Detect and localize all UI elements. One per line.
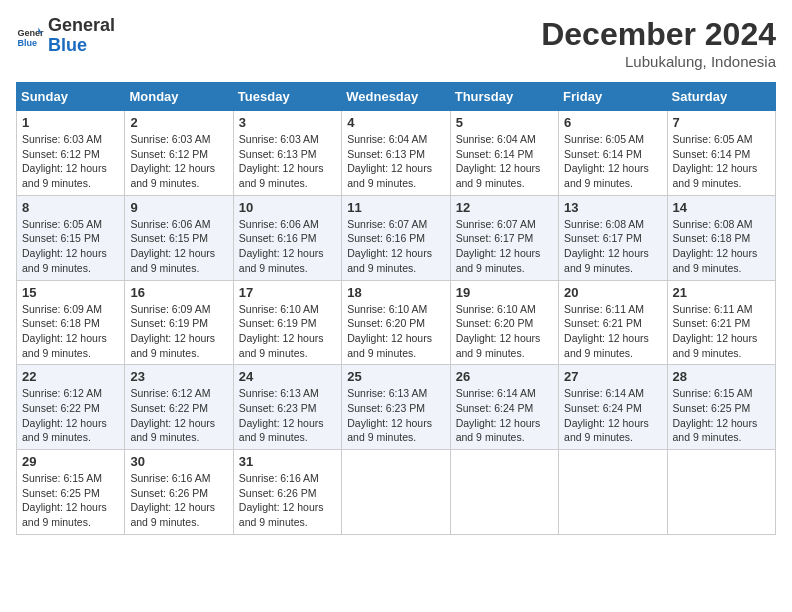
col-sunday: Sunday — [17, 83, 125, 111]
daylight-label: Daylight: 12 hours and 9 minutes. — [130, 247, 215, 274]
sunset-label: Sunset: 6:12 PM — [22, 148, 100, 160]
sunset-label: Sunset: 6:23 PM — [239, 402, 317, 414]
table-row: 29 Sunrise: 6:15 AM Sunset: 6:25 PM Dayl… — [17, 450, 125, 535]
sunset-label: Sunset: 6:17 PM — [456, 232, 534, 244]
sunrise-label: Sunrise: 6:13 AM — [239, 387, 319, 399]
table-row: 31 Sunrise: 6:16 AM Sunset: 6:26 PM Dayl… — [233, 450, 341, 535]
daylight-label: Daylight: 12 hours and 9 minutes. — [456, 332, 541, 359]
table-row: 24 Sunrise: 6:13 AM Sunset: 6:23 PM Dayl… — [233, 365, 341, 450]
svg-text:General: General — [17, 28, 44, 38]
daylight-label: Daylight: 12 hours and 9 minutes. — [347, 332, 432, 359]
day-number: 24 — [239, 369, 336, 384]
day-number: 9 — [130, 200, 227, 215]
sunset-label: Sunset: 6:20 PM — [347, 317, 425, 329]
sunrise-label: Sunrise: 6:15 AM — [673, 387, 753, 399]
table-row: 11 Sunrise: 6:07 AM Sunset: 6:16 PM Dayl… — [342, 195, 450, 280]
sunset-label: Sunset: 6:26 PM — [130, 487, 208, 499]
table-row: 7 Sunrise: 6:05 AM Sunset: 6:14 PM Dayli… — [667, 111, 775, 196]
table-row: 1 Sunrise: 6:03 AM Sunset: 6:12 PM Dayli… — [17, 111, 125, 196]
calendar-week-4: 22 Sunrise: 6:12 AM Sunset: 6:22 PM Dayl… — [17, 365, 776, 450]
sunset-label: Sunset: 6:15 PM — [22, 232, 100, 244]
day-info: Sunrise: 6:05 AM Sunset: 6:15 PM Dayligh… — [22, 217, 119, 276]
col-tuesday: Tuesday — [233, 83, 341, 111]
sunset-label: Sunset: 6:22 PM — [130, 402, 208, 414]
day-info: Sunrise: 6:15 AM Sunset: 6:25 PM Dayligh… — [673, 386, 770, 445]
day-info: Sunrise: 6:12 AM Sunset: 6:22 PM Dayligh… — [130, 386, 227, 445]
sunset-label: Sunset: 6:23 PM — [347, 402, 425, 414]
day-number: 15 — [22, 285, 119, 300]
daylight-label: Daylight: 12 hours and 9 minutes. — [564, 417, 649, 444]
daylight-label: Daylight: 12 hours and 9 minutes. — [22, 162, 107, 189]
daylight-label: Daylight: 12 hours and 9 minutes. — [239, 332, 324, 359]
daylight-label: Daylight: 12 hours and 9 minutes. — [456, 247, 541, 274]
title-block: December 2024 Lubukalung, Indonesia — [541, 16, 776, 70]
day-number: 19 — [456, 285, 553, 300]
sunset-label: Sunset: 6:18 PM — [673, 232, 751, 244]
sunset-label: Sunset: 6:19 PM — [239, 317, 317, 329]
sunrise-label: Sunrise: 6:03 AM — [130, 133, 210, 145]
daylight-label: Daylight: 12 hours and 9 minutes. — [564, 162, 649, 189]
sunset-label: Sunset: 6:14 PM — [456, 148, 534, 160]
sunset-label: Sunset: 6:21 PM — [673, 317, 751, 329]
sunrise-label: Sunrise: 6:10 AM — [456, 303, 536, 315]
daylight-label: Daylight: 12 hours and 9 minutes. — [347, 162, 432, 189]
sunrise-label: Sunrise: 6:11 AM — [673, 303, 753, 315]
table-row: 12 Sunrise: 6:07 AM Sunset: 6:17 PM Dayl… — [450, 195, 558, 280]
month-title: December 2024 — [541, 16, 776, 53]
sunset-label: Sunset: 6:26 PM — [239, 487, 317, 499]
table-row: 10 Sunrise: 6:06 AM Sunset: 6:16 PM Dayl… — [233, 195, 341, 280]
day-info: Sunrise: 6:07 AM Sunset: 6:17 PM Dayligh… — [456, 217, 553, 276]
day-info: Sunrise: 6:10 AM Sunset: 6:20 PM Dayligh… — [347, 302, 444, 361]
table-row: 14 Sunrise: 6:08 AM Sunset: 6:18 PM Dayl… — [667, 195, 775, 280]
day-number: 26 — [456, 369, 553, 384]
table-row: 15 Sunrise: 6:09 AM Sunset: 6:18 PM Dayl… — [17, 280, 125, 365]
day-number: 20 — [564, 285, 661, 300]
sunset-label: Sunset: 6:16 PM — [347, 232, 425, 244]
day-number: 29 — [22, 454, 119, 469]
col-friday: Friday — [559, 83, 667, 111]
daylight-label: Daylight: 12 hours and 9 minutes. — [22, 247, 107, 274]
location: Lubukalung, Indonesia — [541, 53, 776, 70]
sunrise-label: Sunrise: 6:05 AM — [22, 218, 102, 230]
daylight-label: Daylight: 12 hours and 9 minutes. — [456, 162, 541, 189]
day-number: 14 — [673, 200, 770, 215]
table-row: 4 Sunrise: 6:04 AM Sunset: 6:13 PM Dayli… — [342, 111, 450, 196]
sunset-label: Sunset: 6:24 PM — [564, 402, 642, 414]
col-saturday: Saturday — [667, 83, 775, 111]
sunrise-label: Sunrise: 6:04 AM — [347, 133, 427, 145]
sunrise-label: Sunrise: 6:16 AM — [130, 472, 210, 484]
sunset-label: Sunset: 6:14 PM — [673, 148, 751, 160]
day-number: 8 — [22, 200, 119, 215]
day-number: 2 — [130, 115, 227, 130]
table-row: 8 Sunrise: 6:05 AM Sunset: 6:15 PM Dayli… — [17, 195, 125, 280]
daylight-label: Daylight: 12 hours and 9 minutes. — [239, 162, 324, 189]
table-row: 20 Sunrise: 6:11 AM Sunset: 6:21 PM Dayl… — [559, 280, 667, 365]
day-info: Sunrise: 6:08 AM Sunset: 6:17 PM Dayligh… — [564, 217, 661, 276]
sunrise-label: Sunrise: 6:08 AM — [673, 218, 753, 230]
day-info: Sunrise: 6:05 AM Sunset: 6:14 PM Dayligh… — [673, 132, 770, 191]
day-info: Sunrise: 6:16 AM Sunset: 6:26 PM Dayligh… — [130, 471, 227, 530]
daylight-label: Daylight: 12 hours and 9 minutes. — [564, 332, 649, 359]
day-info: Sunrise: 6:09 AM Sunset: 6:19 PM Dayligh… — [130, 302, 227, 361]
table-row: 26 Sunrise: 6:14 AM Sunset: 6:24 PM Dayl… — [450, 365, 558, 450]
day-number: 7 — [673, 115, 770, 130]
calendar-week-2: 8 Sunrise: 6:05 AM Sunset: 6:15 PM Dayli… — [17, 195, 776, 280]
sunrise-label: Sunrise: 6:10 AM — [347, 303, 427, 315]
day-info: Sunrise: 6:16 AM Sunset: 6:26 PM Dayligh… — [239, 471, 336, 530]
calendar-week-1: 1 Sunrise: 6:03 AM Sunset: 6:12 PM Dayli… — [17, 111, 776, 196]
sunset-label: Sunset: 6:21 PM — [564, 317, 642, 329]
col-monday: Monday — [125, 83, 233, 111]
logo-blue: Blue — [48, 35, 87, 55]
calendar-table: Sunday Monday Tuesday Wednesday Thursday… — [16, 82, 776, 535]
day-info: Sunrise: 6:08 AM Sunset: 6:18 PM Dayligh… — [673, 217, 770, 276]
sunrise-label: Sunrise: 6:13 AM — [347, 387, 427, 399]
daylight-label: Daylight: 12 hours and 9 minutes. — [22, 332, 107, 359]
svg-text:Blue: Blue — [17, 38, 37, 48]
day-info: Sunrise: 6:11 AM Sunset: 6:21 PM Dayligh… — [564, 302, 661, 361]
day-number: 12 — [456, 200, 553, 215]
logo: General Blue General Blue — [16, 16, 115, 56]
day-number: 17 — [239, 285, 336, 300]
table-row — [450, 450, 558, 535]
day-info: Sunrise: 6:12 AM Sunset: 6:22 PM Dayligh… — [22, 386, 119, 445]
sunset-label: Sunset: 6:18 PM — [22, 317, 100, 329]
